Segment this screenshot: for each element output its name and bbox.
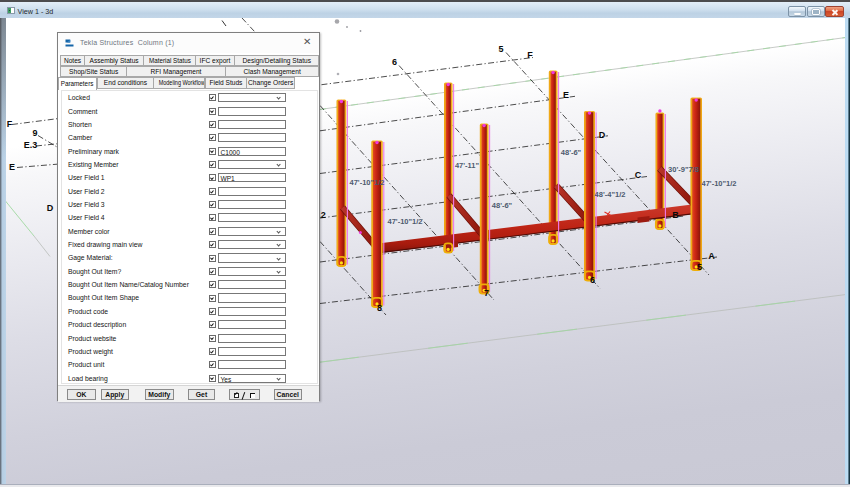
- svg-text:A: A: [708, 251, 715, 261]
- svg-text:47'-10"1/2: 47'-10"1/2: [388, 217, 423, 226]
- svg-text:47'-10"1/2: 47'-10"1/2: [350, 178, 385, 187]
- svg-text:E: E: [9, 162, 15, 172]
- svg-text:C: C: [635, 170, 642, 180]
- svg-text:6: 6: [590, 275, 595, 285]
- svg-text:47'-10"1/2: 47'-10"1/2: [702, 179, 737, 188]
- svg-text:6: 6: [392, 57, 397, 67]
- svg-text:D: D: [599, 130, 606, 140]
- svg-text:48'-6": 48'-6": [561, 148, 582, 157]
- svg-text:D: D: [47, 203, 54, 213]
- svg-text:48'-6": 48'-6": [492, 201, 513, 210]
- svg-text:F: F: [7, 119, 13, 129]
- svg-text:8: 8: [377, 303, 382, 313]
- svg-text:9: 9: [32, 128, 37, 138]
- svg-text:E: E: [563, 90, 569, 100]
- svg-text:F: F: [527, 50, 533, 60]
- svg-text:48'-4"1/2: 48'-4"1/2: [595, 190, 626, 199]
- svg-text:E.3: E.3: [24, 140, 38, 150]
- svg-text:47'-11": 47'-11": [455, 161, 480, 170]
- svg-text:30'-9"7/8: 30'-9"7/8: [668, 165, 699, 174]
- svg-text:7: 7: [484, 288, 489, 298]
- svg-text:B: B: [672, 210, 679, 220]
- svg-text:5: 5: [697, 262, 702, 272]
- svg-text:5: 5: [498, 44, 503, 54]
